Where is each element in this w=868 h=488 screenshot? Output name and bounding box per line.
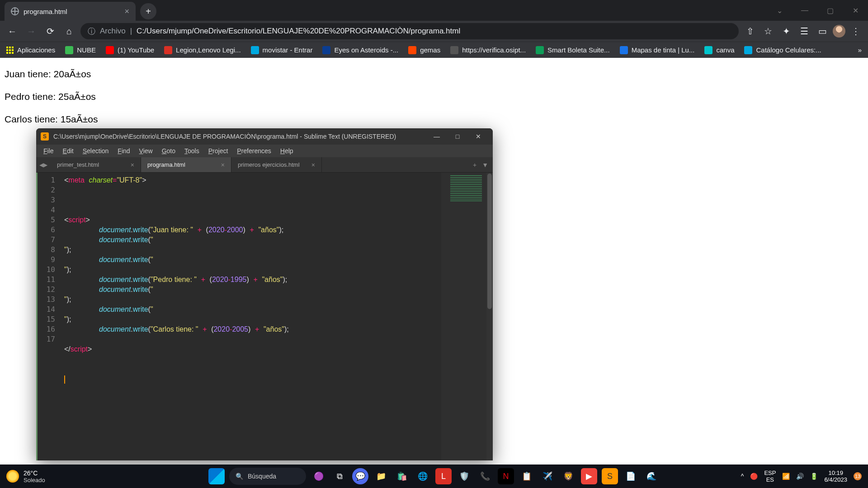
editor-tab[interactable]: programa.html× xyxy=(141,157,231,172)
editor-area[interactable]: 1 2 3 4 5 6 7 8 9 10 11 12 13 14 15 16 1… xyxy=(36,173,493,460)
maximize-icon[interactable]: □ xyxy=(448,130,467,143)
url-prefix: Archivo xyxy=(100,27,126,36)
code-content[interactable]: <meta charset="UFT-8"> <script> document… xyxy=(59,173,441,460)
bookmark-item[interactable]: Catálogo Celulares:... xyxy=(744,46,821,54)
device-icon[interactable]: ▭ xyxy=(815,23,830,39)
output-line: Carlos tiene: 15aÃ±os xyxy=(5,114,863,125)
reading-list-icon[interactable]: ☰ xyxy=(797,23,812,39)
window-controls: ⌄ — ▢ ✕ xyxy=(767,0,868,21)
bookmark-apps[interactable]: Aplicaciones xyxy=(6,46,55,54)
tab-close-icon[interactable]: × xyxy=(124,7,129,16)
wifi-icon[interactable]: 📶 xyxy=(782,473,790,480)
browser-tab[interactable]: programa.html × xyxy=(5,2,136,21)
taskbar: 26°C Soleado 🔍 Búsqueda 🟣 ⧉ 💬 📁 🛍️ 🌐 L 🛡… xyxy=(0,465,868,488)
bookmark-item[interactable]: movistar - Entrar xyxy=(251,46,313,54)
back-button[interactable]: ← xyxy=(5,23,20,39)
bookmark-item[interactable]: gemas xyxy=(408,46,440,54)
weather-widget[interactable]: 26°C Soleado xyxy=(0,469,52,483)
close-icon[interactable]: ✕ xyxy=(843,0,868,21)
anydesk-icon[interactable]: ▶ xyxy=(581,468,597,484)
bookmark-item[interactable]: canva xyxy=(704,46,734,54)
telegram-icon[interactable]: ✈️ xyxy=(539,468,556,484)
whatsapp-icon[interactable]: 📞 xyxy=(477,468,493,484)
menu-edit[interactable]: Edit xyxy=(59,146,77,155)
menu-icon[interactable]: ⋮ xyxy=(848,23,863,39)
bookmark-item[interactable]: Eyes on Asteroids -... xyxy=(322,46,398,54)
system-tray: ^ 🔴 ESP ES 📶 🔊 🔋 10:19 6/4/2023 13 xyxy=(735,469,868,483)
taskbar-search[interactable]: 🔍 Búsqueda xyxy=(229,468,306,485)
notepad-icon[interactable]: 📄 xyxy=(623,468,639,484)
editor-tab[interactable]: primer_test.html× xyxy=(51,157,141,172)
sublime-menubar[interactable]: FileEditSelectionFindViewGotoToolsProjec… xyxy=(36,145,493,157)
url-path: C:/Users/mjump/OneDrive/Escritorio/LENGU… xyxy=(137,27,460,36)
store-icon[interactable]: 🛍️ xyxy=(394,468,410,484)
editor-tab[interactable]: primeros ejercicios.html× xyxy=(231,157,322,172)
tab-title: programa.html xyxy=(24,8,67,15)
menu-view[interactable]: View xyxy=(136,146,156,155)
menu-selection[interactable]: Selection xyxy=(79,146,113,155)
bookmark-item[interactable]: Smart Boleta Suite... xyxy=(536,46,610,54)
minimize-icon[interactable]: — xyxy=(792,0,817,21)
language-indicator[interactable]: ESP ES xyxy=(764,469,776,483)
address-bar[interactable]: ⓘ Archivo | C:/Users/mjump/OneDrive/Escr… xyxy=(80,23,739,39)
menu-help[interactable]: Help xyxy=(277,146,297,155)
taskview-icon[interactable]: ⧉ xyxy=(331,468,348,484)
menu-goto[interactable]: Goto xyxy=(158,146,179,155)
close-icon[interactable]: ✕ xyxy=(468,130,488,143)
netflix-icon[interactable]: N xyxy=(498,468,514,484)
menu-tools[interactable]: Tools xyxy=(181,146,203,155)
bookmark-item[interactable]: NUBE xyxy=(65,46,96,54)
start-button[interactable] xyxy=(208,468,225,484)
menu-project[interactable]: Project xyxy=(205,146,232,155)
notification-badge[interactable]: 13 xyxy=(854,472,862,480)
volume-icon[interactable]: 🔊 xyxy=(796,473,804,480)
bookmark-item[interactable]: Legion,Lenovo Legi... xyxy=(164,46,241,54)
home-button[interactable]: ⌂ xyxy=(61,23,77,39)
menu-preferences[interactable]: Preferences xyxy=(233,146,275,155)
tab-close-icon[interactable]: × xyxy=(131,161,134,169)
maximize-icon[interactable]: ▢ xyxy=(817,0,843,21)
chrome-icon[interactable]: 🌐 xyxy=(415,468,431,484)
browser-toolbar: ← → ⟳ ⌂ ⓘ Archivo | C:/Users/mjump/OneDr… xyxy=(0,21,868,42)
chevron-down-icon[interactable]: ⌄ xyxy=(767,0,792,21)
search-placeholder: Búsqueda xyxy=(248,473,276,480)
bookmark-item[interactable]: Mapas de tinta | Lu... xyxy=(620,46,695,54)
reload-button[interactable]: ⟳ xyxy=(42,23,58,39)
star-icon[interactable]: ☆ xyxy=(760,23,776,39)
profile-avatar[interactable] xyxy=(833,25,845,38)
output-line: Pedro tiene: 25aÃ±os xyxy=(5,91,863,102)
menu-find[interactable]: Find xyxy=(114,146,133,155)
tab-dropdown-icon[interactable]: ▼ xyxy=(482,161,488,169)
edge-icon[interactable]: 🌊 xyxy=(643,468,660,484)
tray-chevron-icon[interactable]: ^ xyxy=(741,473,744,480)
widgets-icon[interactable]: 🟣 xyxy=(311,468,327,484)
tab-close-icon[interactable]: × xyxy=(221,161,225,169)
notes-icon[interactable]: 📋 xyxy=(519,468,535,484)
tab-nav-arrows[interactable]: ◀▶ xyxy=(36,157,51,172)
minimap[interactable] xyxy=(441,173,486,460)
sublime-logo-icon: S xyxy=(41,132,49,141)
brave-icon[interactable]: 🦁 xyxy=(560,468,576,484)
bookmark-item[interactable]: (1) YouTube xyxy=(106,46,154,54)
sublime-taskbar-icon[interactable]: S xyxy=(602,468,618,484)
mcafee-icon[interactable]: 🛡️ xyxy=(456,468,472,484)
extensions-icon[interactable]: ✦ xyxy=(778,23,794,39)
tray-security-icon[interactable]: 🔴 xyxy=(750,473,758,480)
bookmarks-overflow[interactable]: » xyxy=(858,46,862,54)
new-tab-button[interactable]: + xyxy=(140,3,156,19)
clock[interactable]: 10:19 6/4/2023 xyxy=(824,469,847,483)
tab-close-icon[interactable]: × xyxy=(311,161,315,169)
explorer-icon[interactable]: 📁 xyxy=(373,468,389,484)
share-icon[interactable]: ⇧ xyxy=(742,23,758,39)
sublime-titlebar[interactable]: S C:\Users\mjump\OneDrive\Escritorio\LEN… xyxy=(36,128,493,145)
app-l-icon[interactable]: L xyxy=(435,468,452,484)
minimize-icon[interactable]: — xyxy=(427,130,447,143)
battery-icon[interactable]: 🔋 xyxy=(810,473,818,480)
bookmarks-bar: AplicacionesNUBE(1) YouTubeLegion,Lenovo… xyxy=(0,42,868,58)
scrollbar[interactable] xyxy=(486,173,493,460)
chat-icon[interactable]: 💬 xyxy=(352,468,368,484)
menu-file[interactable]: File xyxy=(40,146,57,155)
bookmark-item[interactable]: https://verifica.osipt... xyxy=(450,46,526,54)
add-tab-icon[interactable]: + xyxy=(473,161,476,169)
forward-button[interactable]: → xyxy=(24,23,39,39)
